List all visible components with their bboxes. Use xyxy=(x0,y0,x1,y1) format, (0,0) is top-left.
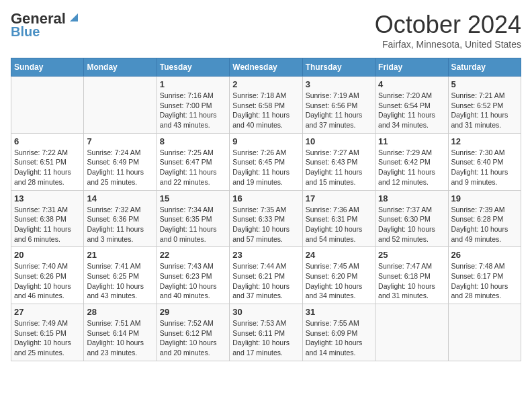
calendar-cell: 18Sunrise: 7:37 AM Sunset: 6:30 PM Dayli… xyxy=(375,190,448,247)
day-info: Sunrise: 7:37 AM Sunset: 6:30 PM Dayligh… xyxy=(378,205,445,244)
calendar-cell: 17Sunrise: 7:36 AM Sunset: 6:31 PM Dayli… xyxy=(302,190,375,247)
svg-marker-0 xyxy=(70,13,78,21)
day-number: 26 xyxy=(451,250,518,260)
calendar-cell: 28Sunrise: 7:51 AM Sunset: 6:14 PM Dayli… xyxy=(84,304,157,361)
calendar-header: Sunday Monday Tuesday Wednesday Thursday… xyxy=(11,58,521,77)
day-number: 18 xyxy=(378,193,445,203)
day-info: Sunrise: 7:52 AM Sunset: 6:12 PM Dayligh… xyxy=(160,318,226,358)
day-number: 20 xyxy=(14,250,81,260)
calendar-cell: 23Sunrise: 7:44 AM Sunset: 6:21 PM Dayli… xyxy=(230,247,302,304)
day-number: 9 xyxy=(232,136,299,146)
day-number: 19 xyxy=(451,193,518,203)
calendar-cell: 20Sunrise: 7:40 AM Sunset: 6:26 PM Dayli… xyxy=(11,247,84,304)
calendar-cell: 24Sunrise: 7:45 AM Sunset: 6:20 PM Dayli… xyxy=(302,247,375,304)
day-info: Sunrise: 7:48 AM Sunset: 6:17 PM Dayligh… xyxy=(451,261,518,301)
day-number: 15 xyxy=(160,193,226,203)
calendar-table: Sunday Monday Tuesday Wednesday Thursday… xyxy=(11,58,521,361)
calendar-week-row: 6Sunrise: 7:22 AM Sunset: 6:51 PM Daylig… xyxy=(11,133,521,190)
day-number: 24 xyxy=(306,250,372,260)
month-title: October 2024 xyxy=(375,11,521,39)
col-friday: Friday xyxy=(375,58,448,77)
day-info: Sunrise: 7:53 AM Sunset: 6:11 PM Dayligh… xyxy=(232,318,299,358)
logo-triangle-icon xyxy=(67,11,81,24)
col-saturday: Saturday xyxy=(448,58,521,77)
day-info: Sunrise: 7:27 AM Sunset: 6:43 PM Dayligh… xyxy=(306,148,372,187)
day-number: 21 xyxy=(87,250,153,260)
calendar-cell: 12Sunrise: 7:30 AM Sunset: 6:40 PM Dayli… xyxy=(448,133,521,190)
day-number: 25 xyxy=(378,250,445,260)
day-number: 8 xyxy=(160,136,226,146)
day-info: Sunrise: 7:34 AM Sunset: 6:35 PM Dayligh… xyxy=(160,205,226,244)
calendar-cell: 26Sunrise: 7:48 AM Sunset: 6:17 PM Dayli… xyxy=(448,247,521,304)
calendar-cell xyxy=(84,77,157,134)
col-wednesday: Wednesday xyxy=(230,58,302,77)
day-info: Sunrise: 7:24 AM Sunset: 6:49 PM Dayligh… xyxy=(87,148,153,187)
calendar-cell: 4Sunrise: 7:20 AM Sunset: 6:54 PM Daylig… xyxy=(375,77,448,134)
calendar-cell: 3Sunrise: 7:19 AM Sunset: 6:56 PM Daylig… xyxy=(302,77,375,134)
day-number: 7 xyxy=(87,136,153,146)
calendar-cell: 15Sunrise: 7:34 AM Sunset: 6:35 PM Dayli… xyxy=(157,190,229,247)
day-info: Sunrise: 7:31 AM Sunset: 6:38 PM Dayligh… xyxy=(14,205,81,244)
day-number: 6 xyxy=(14,136,81,146)
title-block: October 2024 Fairfax, Minnesota, United … xyxy=(375,11,521,50)
day-number: 17 xyxy=(306,193,372,203)
day-info: Sunrise: 7:41 AM Sunset: 6:25 PM Dayligh… xyxy=(87,261,153,301)
day-info: Sunrise: 7:40 AM Sunset: 6:26 PM Dayligh… xyxy=(14,261,81,301)
calendar-cell: 2Sunrise: 7:18 AM Sunset: 6:58 PM Daylig… xyxy=(230,77,302,134)
day-info: Sunrise: 7:29 AM Sunset: 6:42 PM Dayligh… xyxy=(378,148,445,187)
day-number: 22 xyxy=(160,250,226,260)
day-number: 31 xyxy=(306,307,372,317)
day-info: Sunrise: 7:47 AM Sunset: 6:18 PM Dayligh… xyxy=(378,261,445,301)
calendar-week-row: 27Sunrise: 7:49 AM Sunset: 6:15 PM Dayli… xyxy=(11,304,521,361)
day-number: 27 xyxy=(14,307,81,317)
day-number: 10 xyxy=(306,136,372,146)
col-sunday: Sunday xyxy=(11,58,84,77)
day-info: Sunrise: 7:19 AM Sunset: 6:56 PM Dayligh… xyxy=(306,91,372,130)
day-number: 29 xyxy=(160,307,226,317)
location-text: Fairfax, Minnesota, United States xyxy=(375,39,521,50)
calendar-week-row: 1Sunrise: 7:16 AM Sunset: 7:00 PM Daylig… xyxy=(11,77,521,134)
calendar-cell: 14Sunrise: 7:32 AM Sunset: 6:36 PM Dayli… xyxy=(84,190,157,247)
day-info: Sunrise: 7:44 AM Sunset: 6:21 PM Dayligh… xyxy=(232,261,299,301)
calendar-cell: 30Sunrise: 7:53 AM Sunset: 6:11 PM Dayli… xyxy=(230,304,302,361)
calendar-body: 1Sunrise: 7:16 AM Sunset: 7:00 PM Daylig… xyxy=(11,77,521,361)
day-info: Sunrise: 7:18 AM Sunset: 6:58 PM Dayligh… xyxy=(232,91,299,130)
day-number: 23 xyxy=(232,250,299,260)
day-info: Sunrise: 7:22 AM Sunset: 6:51 PM Dayligh… xyxy=(14,148,81,187)
day-number: 4 xyxy=(378,79,445,89)
calendar-cell: 25Sunrise: 7:47 AM Sunset: 6:18 PM Dayli… xyxy=(375,247,448,304)
day-number: 12 xyxy=(451,136,518,146)
day-info: Sunrise: 7:43 AM Sunset: 6:23 PM Dayligh… xyxy=(160,261,226,301)
day-number: 5 xyxy=(451,79,518,89)
calendar-cell: 16Sunrise: 7:35 AM Sunset: 6:33 PM Dayli… xyxy=(230,190,302,247)
calendar-cell: 19Sunrise: 7:39 AM Sunset: 6:28 PM Dayli… xyxy=(448,190,521,247)
day-info: Sunrise: 7:25 AM Sunset: 6:47 PM Dayligh… xyxy=(160,148,226,187)
day-info: Sunrise: 7:35 AM Sunset: 6:33 PM Dayligh… xyxy=(232,205,299,244)
day-number: 14 xyxy=(87,193,153,203)
calendar-cell: 10Sunrise: 7:27 AM Sunset: 6:43 PM Dayli… xyxy=(302,133,375,190)
calendar-week-row: 20Sunrise: 7:40 AM Sunset: 6:26 PM Dayli… xyxy=(11,247,521,304)
calendar-cell: 5Sunrise: 7:21 AM Sunset: 6:52 PM Daylig… xyxy=(448,77,521,134)
day-number: 16 xyxy=(232,193,299,203)
logo-text-blue: Blue xyxy=(11,24,40,39)
day-info: Sunrise: 7:36 AM Sunset: 6:31 PM Dayligh… xyxy=(306,205,372,244)
day-number: 3 xyxy=(306,79,372,89)
calendar-cell: 21Sunrise: 7:41 AM Sunset: 6:25 PM Dayli… xyxy=(84,247,157,304)
day-info: Sunrise: 7:49 AM Sunset: 6:15 PM Dayligh… xyxy=(14,318,81,358)
day-info: Sunrise: 7:32 AM Sunset: 6:36 PM Dayligh… xyxy=(87,205,153,244)
day-info: Sunrise: 7:55 AM Sunset: 6:09 PM Dayligh… xyxy=(306,318,372,358)
calendar-cell: 1Sunrise: 7:16 AM Sunset: 7:00 PM Daylig… xyxy=(157,77,229,134)
calendar-cell xyxy=(11,77,84,134)
calendar-cell: 6Sunrise: 7:22 AM Sunset: 6:51 PM Daylig… xyxy=(11,133,84,190)
calendar-cell: 27Sunrise: 7:49 AM Sunset: 6:15 PM Dayli… xyxy=(11,304,84,361)
day-info: Sunrise: 7:39 AM Sunset: 6:28 PM Dayligh… xyxy=(451,205,518,244)
day-info: Sunrise: 7:51 AM Sunset: 6:14 PM Dayligh… xyxy=(87,318,153,358)
day-info: Sunrise: 7:21 AM Sunset: 6:52 PM Dayligh… xyxy=(451,91,518,130)
day-info: Sunrise: 7:20 AM Sunset: 6:54 PM Dayligh… xyxy=(378,91,445,130)
day-info: Sunrise: 7:26 AM Sunset: 6:45 PM Dayligh… xyxy=(232,148,299,187)
calendar-week-row: 13Sunrise: 7:31 AM Sunset: 6:38 PM Dayli… xyxy=(11,190,521,247)
day-info: Sunrise: 7:16 AM Sunset: 7:00 PM Dayligh… xyxy=(160,91,226,130)
day-number: 2 xyxy=(232,79,299,89)
calendar-cell: 7Sunrise: 7:24 AM Sunset: 6:49 PM Daylig… xyxy=(84,133,157,190)
calendar-cell: 9Sunrise: 7:26 AM Sunset: 6:45 PM Daylig… xyxy=(230,133,302,190)
